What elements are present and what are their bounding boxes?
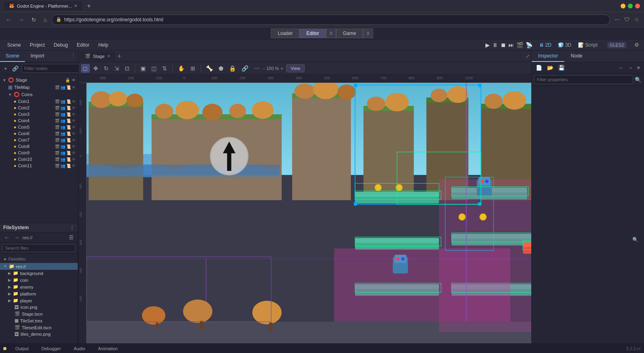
fs-item-icon[interactable]: 🖼 icon.png: [0, 304, 78, 310]
menu-help[interactable]: Help: [94, 41, 112, 49]
tree-item-stage[interactable]: ▼ ⭕ Stage 🔒 👁: [0, 76, 78, 84]
fs-item-player[interactable]: ▶ 📁 player: [0, 297, 78, 304]
step-button[interactable]: ⏭: [508, 42, 514, 48]
tree-item-tilemap[interactable]: ▦ TileMap 🎬 👥 📜 👁: [0, 84, 78, 91]
maximize-button[interactable]: [628, 4, 633, 8]
lock-tool[interactable]: 🔒: [227, 64, 238, 73]
fs-back-button[interactable]: ←: [2, 234, 11, 241]
open-scene-button[interactable]: 📂: [545, 64, 555, 72]
group-tool[interactable]: ▣: [138, 64, 148, 73]
fs-item-background[interactable]: ▶ 📁 background: [0, 270, 78, 277]
address-bar[interactable]: 🔒 https://godotengine.org/online/godot.t…: [52, 14, 610, 25]
view-button[interactable]: View: [286, 64, 305, 72]
settings-icon[interactable]: ⚙: [633, 40, 641, 49]
options-tool[interactable]: ⋯: [252, 64, 262, 73]
play-button[interactable]: ▶: [485, 42, 490, 48]
shield-icon[interactable]: 🛡: [623, 15, 631, 24]
zoom-in-icon[interactable]: +: [281, 66, 283, 71]
back-button[interactable]: ←: [3, 15, 14, 25]
home-button[interactable]: ⌂: [41, 15, 49, 25]
new-tab-button[interactable]: +: [87, 2, 91, 10]
filter-search-button[interactable]: 🔍: [635, 75, 642, 84]
panel-options[interactable]: ⋮: [68, 51, 78, 62]
group2-tool[interactable]: 🔗: [239, 64, 250, 73]
movie-button[interactable]: 🎬: [516, 42, 523, 48]
pan-tool[interactable]: ✋: [176, 64, 187, 73]
audio-tab[interactable]: Audio: [70, 345, 89, 352]
fs-search-input[interactable]: [2, 244, 75, 252]
tree-item-coin10[interactable]: ● Coin10 🎬 👥 📜 👁: [0, 156, 78, 162]
fs-item-enemy[interactable]: ▶ 📁 enemy: [0, 283, 78, 290]
new-scene-button[interactable]: 📄: [534, 64, 544, 72]
link-button[interactable]: 🔗: [10, 65, 20, 72]
tree-item-coins[interactable]: ▼ ⭕ Coins: [0, 91, 78, 98]
tree-item-coin9[interactable]: ● Coin9 🎬 👥 📜 👁: [0, 150, 78, 156]
filter-properties-input[interactable]: [534, 75, 633, 84]
fs-item-res[interactable]: ▼ 📁 res://: [0, 263, 78, 270]
fs-item-tileset[interactable]: ▦ TileSet.tres: [0, 317, 78, 324]
animation-tab[interactable]: Animation: [94, 345, 122, 352]
bookmark-icon[interactable]: ☆: [633, 15, 641, 24]
tree-item-coin1[interactable]: ● Coin1 🎬 👥 📜 👁: [0, 98, 78, 105]
scene-tab[interactable]: Scene: [0, 51, 25, 62]
nav-back-button[interactable]: ←: [617, 64, 625, 72]
scale-tool[interactable]: ⇲: [112, 64, 121, 73]
remote-button[interactable]: 📡: [526, 42, 533, 48]
fs-options[interactable]: ⋮: [70, 225, 74, 230]
editor-close-tab[interactable]: X: [326, 29, 336, 38]
browser-tab[interactable]: 🦊 Godot Engine - Platformer... ✕: [4, 1, 82, 10]
tree-item-coin3[interactable]: ● Coin3 🎬 👥 📜 👁: [0, 111, 78, 117]
menu-debug[interactable]: Debug: [50, 41, 72, 49]
history-button[interactable]: ≡: [635, 64, 642, 72]
debugger-tab[interactable]: Debugger: [37, 345, 65, 352]
menu-project[interactable]: Project: [26, 41, 49, 49]
mode-2d[interactable]: 🖥 2D: [539, 42, 551, 48]
forward-button[interactable]: →: [16, 15, 27, 25]
refresh-button[interactable]: ↻: [29, 15, 39, 25]
maximize-editor-button[interactable]: ⤢: [526, 53, 530, 59]
output-tab[interactable]: Output: [11, 345, 33, 352]
tree-item-coin7[interactable]: ● Coin7 🎬 👥 📜 👁: [0, 137, 78, 143]
tab-close-button[interactable]: ✕: [107, 54, 110, 58]
node-tab[interactable]: Node: [564, 51, 589, 62]
extensions-icon[interactable]: ⋯: [613, 15, 621, 24]
filter-nodes-input[interactable]: [22, 64, 83, 73]
fit-tool[interactable]: ⊡: [123, 64, 132, 73]
tree-item-coin11[interactable]: ● Coin11 🎬 👥 📜 👁: [0, 162, 78, 169]
editor-tab[interactable]: Editor: [299, 29, 326, 38]
arrange-tool[interactable]: ⇅: [160, 64, 169, 73]
minimize-button[interactable]: [621, 4, 625, 8]
snap-tool[interactable]: ⊞: [188, 64, 197, 73]
canvas-area[interactable]: -300 -200 -100 0 100 200 300 400 500 600…: [78, 75, 531, 343]
mode-3d[interactable]: 🧊 3D: [558, 42, 572, 48]
inspector-tab[interactable]: Inspector: [532, 51, 564, 62]
zoom-out-icon[interactable]: -: [263, 66, 265, 71]
fs-item-coin[interactable]: ▶ 📁 coin: [0, 277, 78, 283]
save-scene-button[interactable]: 💾: [557, 64, 566, 72]
mode-script[interactable]: 📝 Script: [578, 42, 598, 48]
close-button[interactable]: [635, 4, 640, 8]
loader-tab[interactable]: Loader: [271, 29, 299, 38]
tree-item-coin5[interactable]: ● Coin5 🎬 👥 📜 👁: [0, 124, 78, 130]
fs-forward-button[interactable]: →: [12, 234, 21, 241]
fs-item-stage-tscn[interactable]: 🎬 Stage.tscn: [0, 310, 78, 317]
fs-item-tilesedit[interactable]: 🎬 TilesetEdit.tscn: [0, 324, 78, 331]
game-close-tab[interactable]: X: [363, 29, 373, 38]
add-node-button[interactable]: +: [2, 65, 9, 72]
nav-forward-button[interactable]: →: [626, 64, 634, 72]
menu-scene[interactable]: Scene: [3, 41, 25, 49]
tree-item-coin8[interactable]: ● Coin8 🎬 👥 📜 👁: [0, 143, 78, 150]
import-tab[interactable]: Import: [25, 51, 50, 62]
move-tool[interactable]: ✥: [91, 64, 100, 73]
bone-tool[interactable]: 🦴: [204, 64, 215, 73]
menu-editor[interactable]: Editor: [73, 41, 93, 49]
ungroup-tool[interactable]: ◫: [149, 64, 159, 73]
tree-item-coin2[interactable]: ● Coin2 🎬 👥 📜 👁: [0, 105, 78, 111]
tree-item-coin6[interactable]: ● Coin6 🎬 👥 📜 👁: [0, 130, 78, 137]
stop-button[interactable]: ⏹: [500, 42, 506, 48]
fs-layout-button[interactable]: ☰: [67, 234, 75, 241]
polygon-tool[interactable]: ⬟: [217, 64, 225, 73]
tree-item-coin4[interactable]: ● Coin4 🎬 👥 📜 👁: [0, 117, 78, 124]
select-tool[interactable]: ◻: [81, 64, 90, 73]
add-tab-button[interactable]: +: [116, 53, 123, 60]
